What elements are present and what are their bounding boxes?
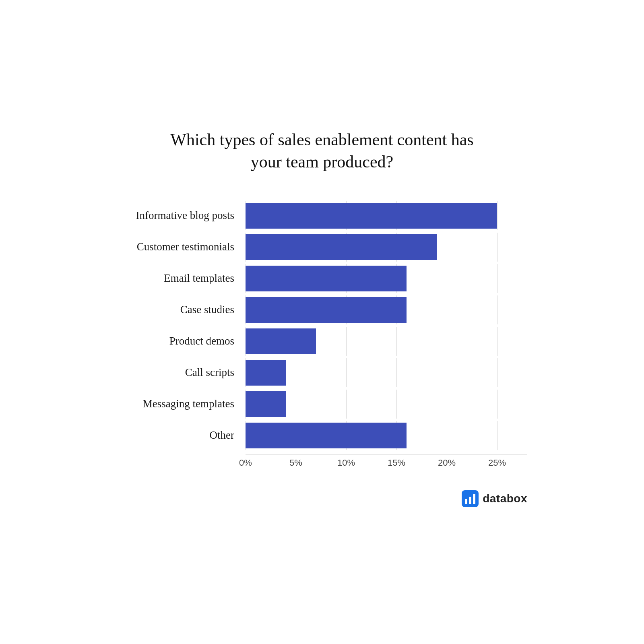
grid-line bbox=[447, 390, 447, 419]
grid-line bbox=[497, 201, 497, 230]
bar-label: Case studies bbox=[117, 303, 246, 316]
x-axis-tick: 25% bbox=[488, 458, 506, 468]
grid-line bbox=[447, 295, 447, 324]
databox-label: databox bbox=[483, 492, 527, 505]
x-axis-tick: 10% bbox=[337, 458, 355, 468]
grid-line bbox=[497, 421, 497, 450]
bar-cell bbox=[246, 358, 527, 387]
bar-label: Product demos bbox=[117, 334, 246, 347]
x-axis-labels: 0%5%10%15%20%25% bbox=[246, 454, 527, 474]
bar-row: Informative blog posts bbox=[117, 201, 527, 230]
grid-line bbox=[396, 390, 397, 419]
bar-cell bbox=[246, 295, 527, 324]
bar-cell bbox=[246, 327, 527, 356]
bar-rect bbox=[246, 297, 407, 323]
bar-rect bbox=[246, 328, 316, 354]
title-line1: Which types of sales enablement content … bbox=[170, 130, 473, 149]
vgrid-overlay bbox=[246, 390, 527, 419]
grid-line bbox=[497, 358, 497, 387]
bar-cell bbox=[246, 201, 527, 230]
grid-line bbox=[346, 390, 347, 419]
bar-rect bbox=[246, 266, 407, 291]
x-axis-tick: 15% bbox=[388, 458, 405, 468]
grid-line bbox=[296, 358, 296, 387]
bar-cell bbox=[246, 421, 527, 450]
svg-rect-2 bbox=[469, 497, 471, 504]
grid-line bbox=[346, 358, 347, 387]
grid-line bbox=[296, 390, 296, 419]
x-axis-tick: 5% bbox=[289, 458, 302, 468]
bar-cell bbox=[246, 390, 527, 419]
grid-line bbox=[447, 264, 447, 293]
bar-rect bbox=[246, 234, 437, 260]
bar-label: Informative blog posts bbox=[117, 209, 246, 222]
bar-cell bbox=[246, 264, 527, 293]
grid-line bbox=[497, 233, 497, 262]
bar-row: Other bbox=[117, 421, 527, 450]
grid-line bbox=[447, 358, 447, 387]
bar-rect bbox=[246, 360, 286, 386]
grid-line bbox=[447, 233, 447, 262]
bar-cell bbox=[246, 233, 527, 262]
bar-rect bbox=[246, 423, 407, 448]
bar-label: Messaging templates bbox=[117, 397, 246, 410]
grid-line bbox=[396, 327, 397, 356]
grid-line bbox=[497, 327, 497, 356]
grid-line bbox=[447, 327, 447, 356]
bar-row: Email templates bbox=[117, 264, 527, 293]
grid-line bbox=[497, 295, 497, 324]
svg-rect-3 bbox=[473, 494, 475, 504]
x-axis-tick: 0% bbox=[239, 458, 252, 468]
chart-container: Which types of sales enablement content … bbox=[101, 105, 543, 539]
grid-line bbox=[396, 358, 397, 387]
bar-label: Customer testimonials bbox=[117, 240, 246, 253]
x-axis-row: 0%5%10%15%20%25% bbox=[117, 454, 527, 474]
databox-logo: databox bbox=[117, 490, 527, 507]
bar-row: Messaging templates bbox=[117, 390, 527, 419]
x-axis-tick: 20% bbox=[438, 458, 456, 468]
bars-section: Informative blog postsCustomer testimoni… bbox=[117, 201, 527, 452]
title-line2: your team produced? bbox=[251, 153, 394, 171]
bar-rect bbox=[246, 391, 286, 417]
bar-label: Call scripts bbox=[117, 366, 246, 379]
bar-row: Product demos bbox=[117, 327, 527, 356]
grid-line bbox=[497, 264, 497, 293]
grid-line bbox=[497, 390, 497, 419]
bar-rect bbox=[246, 203, 497, 229]
chart-title: Which types of sales enablement content … bbox=[117, 129, 527, 173]
databox-icon bbox=[462, 490, 479, 507]
svg-rect-1 bbox=[465, 499, 467, 504]
chart-body: Informative blog postsCustomer testimoni… bbox=[117, 201, 527, 474]
bar-row: Call scripts bbox=[117, 358, 527, 387]
grid-line bbox=[346, 327, 347, 356]
bar-label: Email templates bbox=[117, 272, 246, 285]
bar-row: Customer testimonials bbox=[117, 233, 527, 262]
bar-label: Other bbox=[117, 429, 246, 442]
vgrid-overlay bbox=[246, 358, 527, 387]
bar-row: Case studies bbox=[117, 295, 527, 324]
grid-line bbox=[447, 421, 447, 450]
